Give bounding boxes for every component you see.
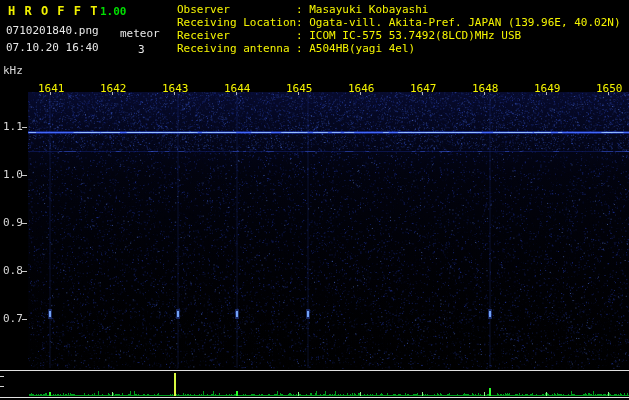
x-tick-label: 1645 — [286, 82, 313, 95]
x-tick-mark — [360, 92, 361, 95]
x-tick-mark — [546, 92, 547, 95]
x-tick-label: 1644 — [224, 82, 251, 95]
x-tick-label: 1650 — [596, 82, 623, 95]
x-tick-mark — [112, 92, 113, 95]
y-tick-mark — [22, 271, 27, 272]
info-label: Receiving antenna — [177, 42, 290, 55]
x-tick-label: 1643 — [162, 82, 189, 95]
x-tick-mark — [50, 92, 51, 95]
strip-top-border — [0, 370, 629, 371]
x-tick-label: 1648 — [472, 82, 499, 95]
x-tick-mark — [236, 92, 237, 95]
hrofft-screen: H R O F F T 1.00 0710201840.png meteor 0… — [0, 0, 629, 400]
info-row-receiver: Receiver : ICOM IC-575 53.7492(8LCD)MHz … — [0, 29, 629, 42]
y-tick-mark — [22, 175, 27, 176]
y-tick-label: 0.7 — [3, 312, 23, 325]
y-tick-mark — [22, 319, 27, 320]
info-value: : A504HB(yagi 4el) — [296, 42, 415, 55]
info-label: Observer — [177, 3, 230, 16]
y-tick-label: 0.9 — [3, 216, 23, 229]
x-tick-mark — [298, 92, 299, 95]
strip-scale-tick — [0, 386, 4, 387]
y-tick-mark — [22, 223, 27, 224]
x-tick-label: 1642 — [100, 82, 127, 95]
y-tick-label: 0.8 — [3, 264, 23, 277]
info-row-location: Receiving Location : Ogata-vill. Akita-P… — [0, 16, 629, 29]
strip-bottom-border — [0, 397, 629, 398]
x-tick-mark — [484, 92, 485, 95]
spectrogram-canvas — [0, 0, 629, 400]
y-tick-label: 1.1 — [3, 120, 23, 133]
info-value: : Masayuki Kobayashi — [296, 3, 428, 16]
x-tick-mark — [422, 92, 423, 95]
x-tick-label: 1646 — [348, 82, 375, 95]
y-tick-mark — [22, 127, 27, 128]
x-tick-label: 1641 — [38, 82, 65, 95]
info-label: Receiver — [177, 29, 230, 42]
strip-scale-tick — [0, 376, 4, 377]
x-tick-mark — [608, 92, 609, 95]
info-row-observer: Observer : Masayuki Kobayashi — [0, 3, 629, 16]
info-value: : Ogata-vill. Akita-Pref. JAPAN (139.96E… — [296, 16, 621, 29]
x-tick-mark — [174, 92, 175, 95]
y-axis-unit: kHz — [3, 64, 23, 77]
y-tick-label: 1.0 — [3, 168, 23, 181]
x-tick-label: 1649 — [534, 82, 561, 95]
info-label: Receiving Location — [177, 16, 296, 29]
info-value: : ICOM IC-575 53.7492(8LCD)MHz USB — [296, 29, 521, 42]
x-tick-label: 1647 — [410, 82, 437, 95]
info-row-antenna: Receiving antenna : A504HB(yagi 4el) — [0, 42, 629, 55]
